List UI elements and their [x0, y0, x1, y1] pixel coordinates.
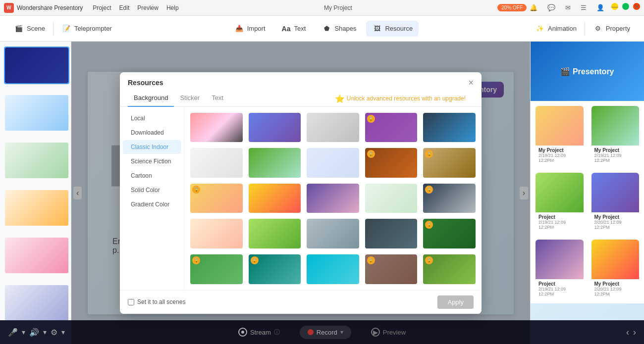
cat-solid-color[interactable]: Solid Color: [123, 183, 181, 197]
toolbar-property[interactable]: ⚙ Property: [587, 21, 636, 37]
set-all-scenes-checkbox[interactable]: Set it to all scenes: [128, 298, 185, 305]
menu-preview[interactable]: Preview: [137, 4, 159, 11]
cat-gradient-color[interactable]: Gradient Color: [123, 197, 181, 211]
volume-button[interactable]: 🔊: [29, 328, 39, 337]
cat-local[interactable]: Local: [123, 111, 181, 125]
slide-item-5[interactable]: [4, 237, 69, 274]
slide-item-1[interactable]: [4, 47, 69, 84]
resource-blue-lecture[interactable]: Blue Lecture Hall: [248, 112, 302, 144]
settings-dropdown[interactable]: ▾: [61, 328, 65, 336]
system-icon-bell[interactable]: 🔔: [527, 3, 540, 12]
system-icon-menu[interactable]: ☰: [578, 3, 590, 12]
rp-slide-3[interactable]: Project 2/19/21 12:09 12:2PM: [536, 173, 584, 232]
resource-purple-lecture[interactable]: 🔒 Purple Lecture Hall: [364, 112, 419, 144]
resource-blackboard[interactable]: 🔒 Blackboard: [422, 218, 477, 249]
resource-green2[interactable]: 🔒: [422, 253, 477, 285]
main-layout: 1 2 3 4 5: [0, 42, 644, 344]
apply-button[interactable]: Apply: [437, 295, 474, 309]
resource-cyan[interactable]: [306, 253, 360, 285]
rp-slide-thumb-2: [591, 106, 640, 146]
slide-item-4[interactable]: [4, 189, 69, 227]
resource-teal[interactable]: 🔒: [248, 253, 302, 285]
cat-classic-indoor[interactable]: Classic Indoor: [123, 140, 181, 154]
toolbar-scene[interactable]: 🎬 Scene: [8, 21, 51, 37]
resource-modern-classroom-3[interactable]: Modern Classroom: [248, 218, 302, 249]
tab-text[interactable]: Text: [206, 91, 229, 107]
menu-help[interactable]: Help: [166, 4, 179, 11]
tab-background[interactable]: Background: [128, 91, 174, 107]
slide-item-2[interactable]: [4, 94, 69, 132]
mic-button[interactable]: 🎤: [8, 328, 18, 337]
resource-old-library[interactable]: 🔒 Old Library: [364, 147, 419, 179]
rp-slide-title-2: My Project: [594, 147, 637, 153]
import-label: Import: [247, 25, 266, 32]
resource-modern-working[interactable]: Modern Working Desk: [306, 218, 360, 249]
toolbar-separator-1: [53, 22, 54, 36]
rp-slide-2[interactable]: My Project 2/19/21 12:09 12:2PM: [591, 106, 640, 165]
nav-prev-button[interactable]: ‹: [626, 327, 629, 338]
slide-item-3[interactable]: [4, 142, 69, 179]
resource-thumb-modern-classroom-3: [249, 219, 301, 249]
mic-controls: 🎤 ▾ 🔊 ▾ ⚙ ▾: [8, 328, 65, 337]
settings-button[interactable]: ⚙: [51, 328, 57, 337]
rp-slide-6[interactable]: My Project 2/20/21 12:09 12:2PM: [591, 240, 640, 298]
resource-working-desk[interactable]: 🔒 Working Desk With Black ...: [422, 183, 477, 214]
nav-next-button[interactable]: ›: [633, 327, 636, 338]
lock-icon-grass: 🔒: [192, 256, 200, 264]
toolbar-text[interactable]: Aa Text: [275, 21, 312, 37]
tab-sticker[interactable]: Sticker: [174, 91, 206, 107]
rp-slide-1[interactable]: My Project 2/19/21 12:09 12:2PM: [536, 106, 584, 165]
resource-lattice[interactable]: 🔒 Lattice bookshelf: [422, 147, 477, 179]
slide-thumb-4: [5, 190, 68, 226]
resource-modern-classroom-2[interactable]: Modern Classroom: [422, 112, 477, 144]
minimize-button[interactable]: —: [611, 3, 618, 10]
rp-slide-date-1: 2/19/21 12:09 12:2PM: [538, 153, 581, 163]
rp-slide-title-1: My Project: [538, 147, 581, 153]
rp-slide-4[interactable]: My Project 2/20/21 12:09 12:2PM: [591, 173, 640, 232]
rp-slide-thumb-5: [536, 240, 584, 279]
resource-bookshelf[interactable]: Bookshelf: [306, 183, 360, 214]
toolbar-animation[interactable]: ✨ Animation: [529, 21, 583, 37]
resource-meeting-room[interactable]: Meeting Room: [364, 183, 419, 214]
resource-wood[interactable]: 🔒: [364, 253, 419, 285]
mic-dropdown[interactable]: ▾: [22, 328, 25, 336]
close-button[interactable]: ✕: [633, 3, 640, 10]
maximize-button[interactable]: □: [622, 3, 629, 10]
rp-slide-5[interactable]: Project 2/19/21 12:09 12:2PM: [536, 240, 584, 298]
text-label: Text: [294, 25, 306, 32]
shapes-label: Shapes: [334, 25, 356, 32]
menu-project[interactable]: Project: [93, 4, 111, 11]
cat-cartoon[interactable]: Cartoon: [123, 169, 181, 183]
resource-grass[interactable]: 🔒: [189, 253, 244, 285]
toolbar-import[interactable]: 📥 Import: [228, 21, 271, 37]
toolbar-shapes[interactable]: ⬟ Shapes: [316, 21, 362, 37]
upgrade-link[interactable]: Unlock advanced resources with an upgrad…: [347, 95, 466, 102]
resource-window-shadow[interactable]: Window Shadow: [306, 147, 360, 179]
dialog-tabs: Background Sticker Text ⭐ Unlock advance…: [120, 87, 482, 107]
resource-leaves[interactable]: Leaves: [248, 147, 302, 179]
resource-yellow-bookshelf[interactable]: Yellow BookShelf: [248, 183, 302, 214]
resource-bookshelf-yellow[interactable]: 🔒 Bookshelf With Yellow Soft...: [189, 183, 244, 214]
main-toolbar: 🎬 Scene 📝 Teleprompter 📥 Import Aa Text …: [0, 16, 644, 42]
lock-icon-wood: 🔒: [367, 256, 375, 264]
resource-modern-classroom-1[interactable]: Modern Classroom: [306, 112, 360, 144]
dialog-close-button[interactable]: ×: [468, 78, 474, 87]
toolbar-teleprompter[interactable]: 📝 Teleprompter: [55, 21, 118, 37]
volume-dropdown[interactable]: ▾: [43, 328, 47, 336]
resource-white-hallway[interactable]: White Hallway: [189, 218, 244, 249]
system-icon-avatar[interactable]: 👤: [593, 3, 607, 12]
resource-white-lecture[interactable]: White Lecture Hall: [189, 147, 244, 179]
cat-downloaded[interactable]: Downloaded: [123, 126, 181, 140]
cat-science-fiction[interactable]: Science Fiction: [123, 154, 181, 168]
resource-pink-studio[interactable]: Pink Studio: [189, 112, 244, 144]
system-icon-msg[interactable]: 💬: [544, 3, 558, 12]
toolbar-resource[interactable]: 🖼 Resource: [366, 21, 419, 37]
system-icon-email[interactable]: ✉: [562, 3, 574, 12]
slide-item-6[interactable]: [4, 284, 69, 322]
app-brand: Wondershare Presentory: [17, 4, 83, 11]
slide-wrapper-3: 3: [0, 137, 71, 184]
set-all-scenes-input[interactable]: [128, 299, 134, 305]
menu-edit[interactable]: Edit: [119, 4, 130, 11]
resource-white-framed[interactable]: White Framed Chalkboard: [364, 218, 419, 249]
resource-thumb-modern-working: [307, 219, 359, 249]
